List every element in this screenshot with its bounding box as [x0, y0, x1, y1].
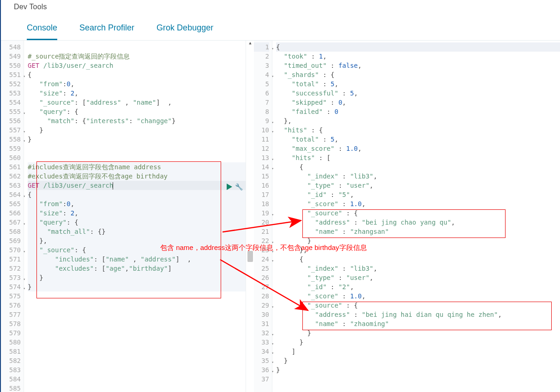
code-line[interactable]: }: [28, 135, 246, 144]
code-line[interactable]: [28, 291, 246, 301]
code-line[interactable]: [28, 310, 246, 319]
code-line[interactable]: GET /lib3/user/_search: [28, 181, 246, 190]
code-line[interactable]: [28, 301, 246, 310]
code-line[interactable]: [28, 319, 246, 328]
code-line[interactable]: "_id" : "2",: [276, 282, 560, 291]
code-line[interactable]: },: [276, 116, 560, 125]
code-line[interactable]: "name" : "zhangsan": [276, 227, 560, 236]
code-line[interactable]: "_source" : {: [276, 301, 560, 310]
code-line[interactable]: [28, 328, 246, 338]
line-tools: 🔧: [227, 184, 243, 190]
code-line[interactable]: "includes": ["name" , "address"] ,: [28, 255, 246, 264]
code-line[interactable]: }: [276, 365, 560, 374]
code-line[interactable]: "_score" : 1.0,: [276, 291, 560, 301]
code-line[interactable]: {: [276, 162, 560, 172]
main: 548549550551▾552553554555▾556557▾558▾559…: [1, 40, 560, 392]
code-line[interactable]: [28, 153, 246, 162]
code-line[interactable]: "query": {: [28, 218, 246, 227]
code-line[interactable]: "skipped" : 0,: [276, 98, 560, 107]
code-line[interactable]: }: [28, 273, 246, 282]
code-line[interactable]: "name" : "zhaoming": [276, 319, 560, 328]
code-line[interactable]: "address" : "bei jing chao yang qu",: [276, 218, 560, 227]
code-line[interactable]: [28, 347, 246, 356]
code-line[interactable]: "max_score" : 1.0,: [276, 144, 560, 153]
code-line[interactable]: }: [28, 282, 246, 291]
tab-grok-debugger[interactable]: Grok Debugger: [157, 22, 213, 40]
editor-scrollbar[interactable]: ▲ :: [246, 41, 254, 392]
code-line[interactable]: "hits" : {: [276, 125, 560, 135]
code-line[interactable]: "took" : 1,: [276, 52, 560, 61]
code-line[interactable]: "size": 2,: [28, 208, 246, 218]
response-editor[interactable]: { "took" : 1, "timed_out" : false, "_sha…: [272, 41, 560, 392]
annotation-text: 包含 name，address这两个字段信息，不包含age birthday字段…: [160, 244, 367, 252]
code-line[interactable]: "_score" : 1.0,: [276, 199, 560, 208]
header: Dev Tools Console Search Profiler Grok D…: [1, 0, 560, 40]
wrench-icon[interactable]: 🔧: [235, 184, 243, 190]
code-line[interactable]: }: [276, 356, 560, 365]
code-line[interactable]: "hits" : [: [276, 153, 560, 162]
code-line[interactable]: [28, 356, 246, 365]
code-line[interactable]: "_type" : "user",: [276, 273, 560, 282]
code-line[interactable]: "total" : 5,: [276, 135, 560, 144]
code-line[interactable]: GET /lib3/user/_search: [28, 61, 246, 70]
code-line[interactable]: "excludes": ["age","birthday"]: [28, 264, 246, 273]
code-line[interactable]: "match": {"interests": "changge"}: [28, 116, 246, 125]
code-line[interactable]: "size": 2,: [28, 89, 246, 98]
code-line[interactable]: "successful" : 5,: [276, 89, 560, 98]
code-line[interactable]: ]: [276, 347, 560, 356]
tab-console[interactable]: Console: [27, 22, 57, 40]
scroll-up-icon[interactable]: ▲: [247, 41, 253, 46]
code-line[interactable]: "_index" : "lib3",: [276, 264, 560, 273]
code-line[interactable]: #excludes查询返回字段不包含age birthday: [28, 172, 246, 181]
code-line[interactable]: "from":0,: [28, 199, 246, 208]
code-line[interactable]: "_shards" : {: [276, 70, 560, 79]
code-line[interactable]: [28, 42, 246, 52]
code-line[interactable]: }: [276, 328, 560, 338]
code-line[interactable]: #includes查询返回字段包含name address: [28, 162, 246, 172]
play-icon[interactable]: [227, 184, 232, 190]
code-line[interactable]: "_id" : "5",: [276, 190, 560, 199]
code-line[interactable]: [28, 384, 246, 392]
request-editor[interactable]: 🔧 #_source指定查询返回的字段信息GET /lib3/user/_sea…: [24, 41, 246, 392]
code-line[interactable]: "address" : "bei jing hai dian qu qing h…: [276, 310, 560, 319]
code-line[interactable]: [28, 144, 246, 153]
code-line[interactable]: {: [28, 190, 246, 199]
code-line[interactable]: {: [276, 42, 560, 52]
left-line-gutter: 548549550551▾552553554555▾556557▾558▾559…: [1, 41, 24, 392]
code-line[interactable]: [28, 374, 246, 384]
code-line[interactable]: "_source": ["address" , "name"] ,: [28, 98, 246, 107]
tab-search-profiler[interactable]: Search Profiler: [79, 22, 134, 40]
right-line-gutter: 1▾234▾56789▾10▾111213▾14▾1516171819▾2021…: [254, 41, 272, 392]
code-line[interactable]: }: [276, 338, 560, 347]
page-title: Dev Tools: [14, 2, 560, 12]
tabs: Console Search Profiler Grok Debugger: [14, 12, 560, 40]
code-line[interactable]: "query": {: [28, 107, 246, 116]
code-line[interactable]: [28, 365, 246, 374]
code-line[interactable]: "timed_out" : false,: [276, 61, 560, 70]
scrollbar-thumb[interactable]: [247, 251, 253, 262]
code-line[interactable]: "failed" : 0: [276, 107, 560, 116]
code-line[interactable]: "match_all": {}: [28, 227, 246, 236]
code-line[interactable]: {: [276, 255, 560, 264]
request-pane: 548549550551▾552553554555▾556557▾558▾559…: [1, 41, 246, 392]
code-line[interactable]: {: [28, 70, 246, 79]
code-line[interactable]: "_source" : {: [276, 208, 560, 218]
code-line[interactable]: "_index" : "lib3",: [276, 172, 560, 181]
code-line[interactable]: "total" : 5,: [276, 79, 560, 89]
code-line[interactable]: "_type" : "user",: [276, 181, 560, 190]
response-pane: 1▾234▾56789▾10▾111213▾14▾1516171819▾2021…: [254, 41, 560, 392]
code-line[interactable]: "from":0,: [28, 79, 246, 89]
code-line[interactable]: [28, 338, 246, 347]
code-line[interactable]: [276, 374, 560, 384]
code-line[interactable]: }: [28, 125, 246, 135]
code-line[interactable]: #_source指定查询返回的字段信息: [28, 52, 246, 61]
